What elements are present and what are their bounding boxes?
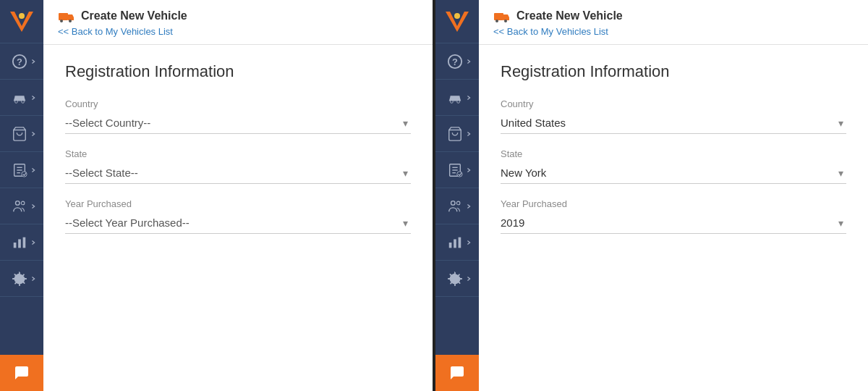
section-title-left: Registration Information — [65, 62, 411, 81]
svg-rect-17 — [18, 239, 21, 248]
form-group-country-right: Country United States --Select Country--… — [501, 98, 846, 134]
sidebar-item-vehicles-left[interactable] — [0, 80, 43, 116]
svg-point-30 — [451, 100, 454, 103]
sidebar-item-vehicles-right[interactable] — [435, 80, 479, 116]
back-link-left[interactable]: << Back to My Vehicles List — [58, 26, 418, 37]
help-icon-right: ? — [447, 54, 463, 70]
panel-right: ? — [435, 0, 868, 391]
form-group-state-right: State New York --Select State-- Californ… — [501, 148, 846, 184]
country-select-wrapper-left: --Select Country-- United States Canada — [65, 112, 411, 134]
state-select-wrapper-left: --Select State-- New York California — [65, 162, 411, 184]
back-link-right[interactable]: << Back to My Vehicles List — [493, 26, 854, 37]
svg-rect-20 — [59, 13, 68, 20]
header-left: Create New Vehicle << Back to My Vehicle… — [43, 0, 433, 45]
svg-point-46 — [495, 20, 498, 22]
chevron-icon — [30, 95, 36, 101]
svg-point-2 — [19, 13, 25, 19]
svg-text:?: ? — [452, 56, 458, 67]
year-label-right: Year Purchased — [501, 198, 846, 209]
chart-icon — [12, 235, 27, 251]
country-label-right: Country — [501, 98, 846, 109]
svg-point-23 — [69, 20, 72, 22]
main-right: Create New Vehicle << Back to My Vehicle… — [479, 0, 868, 391]
year-label-left: Year Purchased — [65, 198, 411, 209]
fleet-icon — [12, 198, 27, 214]
logo-left — [0, 0, 43, 43]
sidebar-right: ? — [435, 0, 479, 391]
svg-marker-21 — [68, 14, 74, 20]
chevron-icon — [30, 240, 36, 245]
logo-right — [435, 0, 479, 43]
chat-icon-left — [13, 364, 30, 382]
sidebar-item-help-right[interactable]: ? — [435, 43, 479, 80]
sidebar-item-cart-left[interactable] — [0, 116, 43, 152]
header-title-right: Create New Vehicle — [493, 7, 854, 25]
svg-rect-40 — [449, 243, 452, 248]
chevron-icon — [30, 203, 36, 209]
country-label-left: Country — [65, 98, 411, 109]
svg-rect-18 — [23, 237, 26, 248]
vehicles-icon — [12, 90, 27, 106]
chevron-icon — [30, 59, 36, 64]
cart-icon-right — [447, 126, 463, 142]
svg-point-14 — [16, 201, 20, 205]
svg-rect-5 — [15, 96, 25, 97]
panel-left: ? — [0, 0, 433, 391]
chevron-icon — [30, 131, 36, 137]
svg-rect-41 — [454, 239, 456, 248]
sidebar-item-cart-right[interactable] — [435, 116, 479, 152]
chevron-icon — [466, 240, 472, 245]
svg-marker-45 — [503, 14, 509, 20]
sidebar-item-fleet-left[interactable] — [0, 188, 43, 224]
reports-icon — [12, 162, 27, 178]
content-right: Registration Information Country United … — [479, 45, 868, 391]
sidebar-item-help-left[interactable]: ? — [0, 43, 43, 80]
sidebar-item-reports-left[interactable] — [0, 152, 43, 188]
svg-rect-42 — [459, 237, 461, 248]
svg-point-22 — [60, 20, 63, 22]
year-select-wrapper-left: --Select Year Purchased-- 2019 2020 — [65, 212, 411, 234]
sidebar-item-chart-right[interactable] — [435, 224, 479, 261]
page-title-right: Create New Vehicle — [516, 9, 623, 22]
svg-point-7 — [22, 100, 25, 103]
year-select-right[interactable]: 2019 --Select Year Purchased-- 2020 — [501, 212, 846, 234]
sidebar-nav-left: ? — [0, 43, 43, 391]
header-title-left: Create New Vehicle — [58, 7, 418, 25]
sidebar-item-reports-right[interactable] — [435, 152, 479, 188]
state-select-left[interactable]: --Select State-- New York California — [65, 162, 411, 184]
fleet-icon-right — [447, 198, 463, 214]
settings-icon-right — [447, 271, 463, 287]
form-group-year-left: Year Purchased --Select Year Purchased--… — [65, 198, 411, 234]
svg-point-39 — [456, 201, 460, 205]
chevron-icon — [466, 59, 472, 64]
chevron-icon — [466, 167, 472, 173]
svg-text:?: ? — [17, 56, 22, 67]
chat-button-left[interactable] — [0, 355, 43, 391]
svg-rect-44 — [494, 13, 503, 20]
header-right: Create New Vehicle << Back to My Vehicle… — [479, 0, 868, 45]
country-select-right[interactable]: United States --Select Country-- Canada — [501, 112, 846, 134]
state-select-right[interactable]: New York --Select State-- California — [501, 162, 846, 184]
sidebar-item-fleet-right[interactable] — [435, 188, 479, 224]
chart-icon-right — [447, 235, 463, 251]
svg-point-31 — [457, 100, 460, 103]
sidebar-nav-right: ? — [435, 43, 479, 391]
sidebar-left: ? — [0, 0, 43, 391]
sidebar-item-chart-left[interactable] — [0, 224, 43, 261]
truck-icon-left — [58, 7, 75, 25]
sidebar-item-settings-left[interactable] — [0, 261, 43, 297]
svg-rect-16 — [14, 243, 17, 248]
chat-button-right[interactable] — [435, 355, 479, 391]
state-label-left: State — [65, 148, 411, 159]
year-select-left[interactable]: --Select Year Purchased-- 2019 2020 — [65, 212, 411, 234]
country-select-left[interactable]: --Select Country-- United States Canada — [65, 112, 411, 134]
chevron-icon — [30, 276, 36, 282]
main-left: Create New Vehicle << Back to My Vehicle… — [43, 0, 433, 391]
chevron-icon — [30, 167, 36, 173]
content-left: Registration Information Country --Selec… — [43, 45, 433, 391]
svg-point-15 — [21, 201, 25, 205]
sidebar-item-settings-right[interactable] — [435, 261, 479, 297]
reports-icon-right — [447, 162, 463, 178]
page-title-left: Create New Vehicle — [81, 9, 187, 22]
settings-icon — [12, 271, 27, 287]
